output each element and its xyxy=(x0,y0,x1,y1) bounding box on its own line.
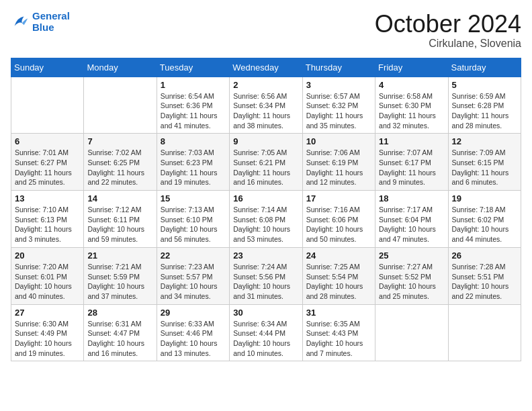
day-number: 14 xyxy=(87,193,152,203)
day-number: 7 xyxy=(87,136,152,146)
day-number: 20 xyxy=(15,250,80,261)
day-number: 26 xyxy=(452,250,517,261)
calendar-cell: 30Sunrise: 6:34 AM Sunset: 4:44 PM Dayli… xyxy=(230,304,302,361)
title-block: October 2024 Cirkulane, Slovenia xyxy=(375,11,521,50)
weekday-header-tuesday: Tuesday xyxy=(157,58,229,77)
day-info: Sunrise: 7:03 AM Sunset: 6:23 PM Dayligh… xyxy=(161,148,226,187)
calendar-table: SundayMondayTuesdayWednesdayThursdayFrid… xyxy=(11,58,521,362)
day-info: Sunrise: 7:14 AM Sunset: 6:08 PM Dayligh… xyxy=(233,205,298,244)
day-info: Sunrise: 6:31 AM Sunset: 4:47 PM Dayligh… xyxy=(87,319,152,359)
weekday-header-sunday: Sunday xyxy=(11,58,84,77)
calendar-cell: 24Sunrise: 7:25 AM Sunset: 5:54 PM Dayli… xyxy=(302,247,375,304)
calendar-cell: 19Sunrise: 7:18 AM Sunset: 6:02 PM Dayli… xyxy=(448,191,521,248)
calendar-cell xyxy=(448,304,521,361)
day-info: Sunrise: 7:01 AM Sunset: 6:27 PM Dayligh… xyxy=(15,148,80,187)
day-info: Sunrise: 7:05 AM Sunset: 6:21 PM Dayligh… xyxy=(233,148,298,187)
day-info: Sunrise: 6:56 AM Sunset: 6:34 PM Dayligh… xyxy=(233,91,298,131)
day-info: Sunrise: 6:58 AM Sunset: 6:30 PM Dayligh… xyxy=(379,91,444,131)
calendar-cell: 16Sunrise: 7:14 AM Sunset: 6:08 PM Dayli… xyxy=(230,191,302,248)
day-info: Sunrise: 6:30 AM Sunset: 4:49 PM Dayligh… xyxy=(15,319,80,359)
day-info: Sunrise: 7:07 AM Sunset: 6:17 PM Dayligh… xyxy=(379,148,444,187)
calendar-cell: 5Sunrise: 6:59 AM Sunset: 6:28 PM Daylig… xyxy=(448,77,521,134)
weekday-header-friday: Friday xyxy=(375,58,448,77)
calendar-cell: 21Sunrise: 7:21 AM Sunset: 5:59 PM Dayli… xyxy=(84,247,157,304)
day-number: 15 xyxy=(161,193,226,203)
day-info: Sunrise: 7:12 AM Sunset: 6:11 PM Dayligh… xyxy=(87,205,152,244)
day-info: Sunrise: 7:10 AM Sunset: 6:13 PM Dayligh… xyxy=(15,205,80,244)
calendar-cell: 20Sunrise: 7:20 AM Sunset: 6:01 PM Dayli… xyxy=(11,247,84,304)
calendar-cell: 12Sunrise: 7:09 AM Sunset: 6:15 PM Dayli… xyxy=(448,134,521,191)
calendar-cell: 9Sunrise: 7:05 AM Sunset: 6:21 PM Daylig… xyxy=(230,134,302,191)
day-number: 30 xyxy=(233,308,298,318)
calendar-cell: 15Sunrise: 7:13 AM Sunset: 6:10 PM Dayli… xyxy=(157,191,229,248)
calendar-cell: 22Sunrise: 7:23 AM Sunset: 5:57 PM Dayli… xyxy=(157,247,229,304)
day-info: Sunrise: 7:09 AM Sunset: 6:15 PM Dayligh… xyxy=(452,148,517,187)
logo-icon xyxy=(11,13,30,32)
calendar-cell: 27Sunrise: 6:30 AM Sunset: 4:49 PM Dayli… xyxy=(11,304,84,361)
month-year-title: October 2024 xyxy=(375,11,521,38)
weekday-header-thursday: Thursday xyxy=(302,58,375,77)
location-subtitle: Cirkulane, Slovenia xyxy=(375,38,521,50)
calendar-week-2: 6Sunrise: 7:01 AM Sunset: 6:27 PM Daylig… xyxy=(11,134,521,191)
day-info: Sunrise: 6:57 AM Sunset: 6:32 PM Dayligh… xyxy=(306,91,371,131)
day-number: 1 xyxy=(161,80,226,90)
calendar-cell: 18Sunrise: 7:17 AM Sunset: 6:04 PM Dayli… xyxy=(375,191,448,248)
day-number: 31 xyxy=(306,308,371,318)
calendar-cell: 7Sunrise: 7:02 AM Sunset: 6:25 PM Daylig… xyxy=(84,134,157,191)
day-number: 4 xyxy=(379,80,444,90)
day-number: 10 xyxy=(306,136,371,146)
day-info: Sunrise: 7:25 AM Sunset: 5:54 PM Dayligh… xyxy=(306,262,371,302)
calendar-cell: 28Sunrise: 6:31 AM Sunset: 4:47 PM Dayli… xyxy=(84,304,157,361)
calendar-cell: 17Sunrise: 7:16 AM Sunset: 6:06 PM Dayli… xyxy=(302,191,375,248)
calendar-cell: 14Sunrise: 7:12 AM Sunset: 6:11 PM Dayli… xyxy=(84,191,157,248)
day-info: Sunrise: 6:34 AM Sunset: 4:44 PM Dayligh… xyxy=(233,319,298,359)
day-number: 9 xyxy=(233,136,298,146)
day-number: 17 xyxy=(306,193,371,203)
day-info: Sunrise: 7:16 AM Sunset: 6:06 PM Dayligh… xyxy=(306,205,371,244)
calendar-cell: 11Sunrise: 7:07 AM Sunset: 6:17 PM Dayli… xyxy=(375,134,448,191)
day-info: Sunrise: 7:27 AM Sunset: 5:52 PM Dayligh… xyxy=(379,262,444,302)
day-info: Sunrise: 6:33 AM Sunset: 4:46 PM Dayligh… xyxy=(161,319,226,359)
calendar-cell xyxy=(375,304,448,361)
day-number: 21 xyxy=(87,250,152,261)
weekday-header-monday: Monday xyxy=(84,58,157,77)
calendar-cell: 3Sunrise: 6:57 AM Sunset: 6:32 PM Daylig… xyxy=(302,77,375,134)
day-number: 6 xyxy=(15,136,80,146)
day-number: 3 xyxy=(306,80,371,90)
day-info: Sunrise: 7:21 AM Sunset: 5:59 PM Dayligh… xyxy=(87,262,152,302)
logo: General Blue xyxy=(11,11,70,33)
day-number: 2 xyxy=(233,80,298,90)
day-info: Sunrise: 7:20 AM Sunset: 6:01 PM Dayligh… xyxy=(15,262,80,302)
calendar-cell: 26Sunrise: 7:28 AM Sunset: 5:51 PM Dayli… xyxy=(448,247,521,304)
day-info: Sunrise: 7:13 AM Sunset: 6:10 PM Dayligh… xyxy=(161,205,226,244)
day-number: 8 xyxy=(161,136,226,146)
calendar-cell xyxy=(84,77,157,134)
day-number: 18 xyxy=(379,193,444,203)
calendar-week-3: 13Sunrise: 7:10 AM Sunset: 6:13 PM Dayli… xyxy=(11,191,521,248)
logo-text: General Blue xyxy=(32,11,70,33)
calendar-cell: 1Sunrise: 6:54 AM Sunset: 6:36 PM Daylig… xyxy=(157,77,229,134)
day-number: 19 xyxy=(452,193,517,203)
day-info: Sunrise: 6:54 AM Sunset: 6:36 PM Dayligh… xyxy=(161,91,226,131)
calendar-week-5: 27Sunrise: 6:30 AM Sunset: 4:49 PM Dayli… xyxy=(11,304,521,361)
day-info: Sunrise: 7:18 AM Sunset: 6:02 PM Dayligh… xyxy=(452,205,517,244)
day-number: 28 xyxy=(87,308,152,318)
day-info: Sunrise: 7:23 AM Sunset: 5:57 PM Dayligh… xyxy=(161,262,226,302)
day-info: Sunrise: 6:59 AM Sunset: 6:28 PM Dayligh… xyxy=(452,91,517,131)
calendar-cell: 23Sunrise: 7:24 AM Sunset: 5:56 PM Dayli… xyxy=(230,247,302,304)
day-number: 11 xyxy=(379,136,444,146)
calendar-cell: 4Sunrise: 6:58 AM Sunset: 6:30 PM Daylig… xyxy=(375,77,448,134)
calendar-cell: 2Sunrise: 6:56 AM Sunset: 6:34 PM Daylig… xyxy=(230,77,302,134)
day-info: Sunrise: 7:28 AM Sunset: 5:51 PM Dayligh… xyxy=(452,262,517,302)
calendar-cell: 29Sunrise: 6:33 AM Sunset: 4:46 PM Dayli… xyxy=(157,304,229,361)
day-number: 27 xyxy=(15,308,80,318)
calendar-cell: 6Sunrise: 7:01 AM Sunset: 6:27 PM Daylig… xyxy=(11,134,84,191)
day-number: 29 xyxy=(161,308,226,318)
calendar-cell: 25Sunrise: 7:27 AM Sunset: 5:52 PM Dayli… xyxy=(375,247,448,304)
weekday-header-saturday: Saturday xyxy=(448,58,521,77)
calendar-cell: 8Sunrise: 7:03 AM Sunset: 6:23 PM Daylig… xyxy=(157,134,229,191)
day-number: 22 xyxy=(161,250,226,261)
day-number: 12 xyxy=(452,136,517,146)
weekday-header-wednesday: Wednesday xyxy=(230,58,302,77)
day-number: 23 xyxy=(233,250,298,261)
